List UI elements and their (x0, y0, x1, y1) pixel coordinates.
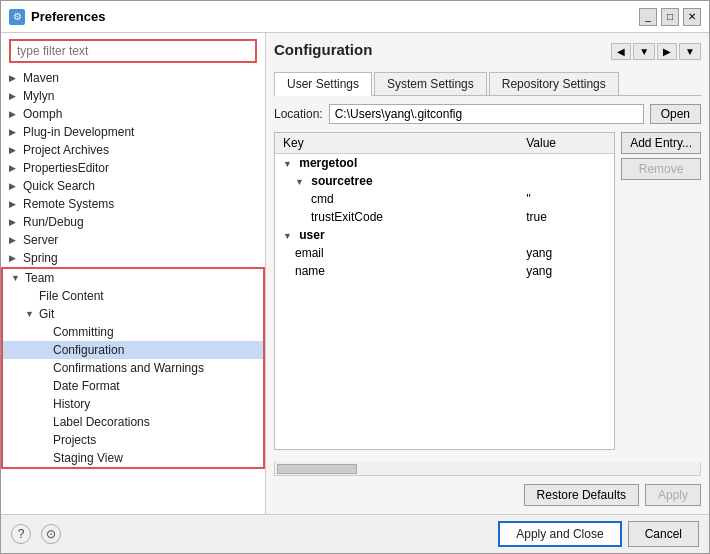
tab-label: User Settings (287, 77, 359, 91)
window-controls: _ □ ✕ (639, 8, 701, 26)
sidebar-item-label: Confirmations and Warnings (53, 361, 259, 375)
row-key: email (275, 244, 518, 262)
sidebar-item-git[interactable]: ▼ Git (3, 305, 263, 323)
sidebar-item-server[interactable]: ▶ Server (1, 231, 265, 249)
sidebar-item-committing[interactable]: Committing (3, 323, 263, 341)
table-row[interactable]: cmd '' (275, 190, 614, 208)
scrollbar-thumb[interactable] (277, 464, 357, 474)
sidebar-item-staging-view[interactable]: Staging View (3, 449, 263, 467)
arrow-icon: ▶ (9, 235, 23, 245)
expand-icon: ▼ (283, 159, 292, 169)
tab-label: Repository Settings (502, 77, 606, 91)
sidebar-item-spring[interactable]: ▶ Spring (1, 249, 265, 267)
sidebar-item-label: Mylyn (23, 89, 261, 103)
sidebar-item-confirmations[interactable]: Confirmations and Warnings (3, 359, 263, 377)
expand-icon: ▼ (295, 177, 304, 187)
sidebar-item-date-format[interactable]: Date Format (3, 377, 263, 395)
table-row[interactable]: name yang (275, 262, 614, 280)
sidebar-item-projects[interactable]: Projects (3, 431, 263, 449)
tab-user-settings[interactable]: User Settings (274, 72, 372, 96)
arrow-icon: ▼ (11, 273, 25, 283)
apply-close-button[interactable]: Apply and Close (498, 521, 621, 547)
table-row[interactable]: trustExitCode true (275, 208, 614, 226)
row-value: '' (518, 190, 614, 208)
sidebar-item-team[interactable]: ▼ Team (3, 269, 263, 287)
close-button[interactable]: ✕ (683, 8, 701, 26)
open-button[interactable]: Open (650, 104, 701, 124)
nav-dropdown2-button[interactable]: ▼ (679, 43, 701, 60)
tab-label: System Settings (387, 77, 474, 91)
row-key: user (299, 228, 324, 242)
sidebar-item-label: Projects (53, 433, 259, 447)
nav-back-button[interactable]: ◀ (611, 43, 631, 60)
preferences-icon: ⚙ (9, 9, 25, 25)
settings-icon[interactable]: ⊙ (41, 524, 61, 544)
sidebar-item-oomph[interactable]: ▶ Oomph (1, 105, 265, 123)
table-row[interactable]: ▼ user (275, 226, 614, 244)
location-label: Location: (274, 107, 323, 121)
maximize-button[interactable]: □ (661, 8, 679, 26)
sidebar-item-mylyn[interactable]: ▶ Mylyn (1, 87, 265, 105)
sidebar-item-quick-search[interactable]: ▶ Quick Search (1, 177, 265, 195)
help-icon[interactable]: ? (11, 524, 31, 544)
sidebar: ▶ Maven ▶ Mylyn ▶ Oomph ▶ Plug-in Develo… (1, 33, 266, 514)
row-key: cmd (275, 190, 518, 208)
sidebar-item-file-content[interactable]: File Content (3, 287, 263, 305)
preferences-window: ⚙ Preferences _ □ ✕ ▶ Maven ▶ Mylyn (0, 0, 710, 554)
nav-forward-button[interactable]: ▶ (657, 43, 677, 60)
add-entry-button[interactable]: Add Entry... (621, 132, 701, 154)
sidebar-item-label: Remote Systems (23, 197, 261, 211)
sidebar-item-properties-editor[interactable]: ▶ PropertiesEditor (1, 159, 265, 177)
sidebar-item-label: Spring (23, 251, 261, 265)
row-value: yang (518, 262, 614, 280)
sidebar-item-label: Server (23, 233, 261, 247)
tab-repository-settings[interactable]: Repository Settings (489, 72, 619, 95)
sidebar-item-maven[interactable]: ▶ Maven (1, 69, 265, 87)
sidebar-item-project-archives[interactable]: ▶ Project Archives (1, 141, 265, 159)
location-input[interactable] (329, 104, 644, 124)
sidebar-item-history[interactable]: History (3, 395, 263, 413)
sidebar-item-label: Team (25, 271, 259, 285)
arrow-icon: ▶ (9, 253, 23, 263)
filter-input[interactable] (9, 39, 257, 63)
row-key: sourcetree (311, 174, 372, 188)
sidebar-item-plugin-dev[interactable]: ▶ Plug-in Development (1, 123, 265, 141)
row-value: true (518, 208, 614, 226)
remove-button[interactable]: Remove (621, 158, 701, 180)
sidebar-item-configuration[interactable]: Configuration (3, 341, 263, 359)
cancel-button[interactable]: Cancel (628, 521, 699, 547)
table-row[interactable]: ▼ sourcetree (275, 172, 614, 190)
arrow-icon: ▼ (25, 309, 39, 319)
minimize-button[interactable]: _ (639, 8, 657, 26)
table-with-buttons: Key Value ▼ mergetool (274, 132, 701, 456)
sidebar-item-label: Quick Search (23, 179, 261, 193)
sidebar-item-label: Project Archives (23, 143, 261, 157)
tab-system-settings[interactable]: System Settings (374, 72, 487, 95)
table-row[interactable]: ▼ mergetool (275, 154, 614, 173)
sidebar-item-remote-systems[interactable]: ▶ Remote Systems (1, 195, 265, 213)
sidebar-item-run-debug[interactable]: ▶ Run/Debug (1, 213, 265, 231)
nav-arrows: ◀ ▼ ▶ ▼ (611, 43, 701, 60)
sidebar-item-label: Date Format (53, 379, 259, 393)
horizontal-scrollbar[interactable] (274, 462, 701, 476)
restore-defaults-button[interactable]: Restore Defaults (524, 484, 639, 506)
arrow-icon: ▶ (9, 199, 23, 209)
nav-dropdown-button[interactable]: ▼ (633, 43, 655, 60)
footer-right: Apply and Close Cancel (498, 521, 699, 547)
table-buttons: Add Entry... Remove (621, 132, 701, 456)
sidebar-item-label: Maven (23, 71, 261, 85)
location-row: Location: Open (274, 104, 701, 124)
table-area: Key Value ▼ mergetool (274, 132, 615, 450)
bottom-buttons-area: Restore Defaults Apply (274, 484, 701, 506)
arrow-icon: ▶ (9, 109, 23, 119)
sidebar-item-label: PropertiesEditor (23, 161, 261, 175)
tree-area: ▶ Maven ▶ Mylyn ▶ Oomph ▶ Plug-in Develo… (1, 69, 265, 514)
sidebar-item-label-decorations[interactable]: Label Decorations (3, 413, 263, 431)
table-row[interactable]: email yang (275, 244, 614, 262)
arrow-icon: ▶ (9, 91, 23, 101)
sidebar-item-label: Git (39, 307, 259, 321)
apply-button[interactable]: Apply (645, 484, 701, 506)
arrow-icon: ▶ (9, 217, 23, 227)
window-title: Preferences (31, 9, 105, 24)
row-key: trustExitCode (275, 208, 518, 226)
